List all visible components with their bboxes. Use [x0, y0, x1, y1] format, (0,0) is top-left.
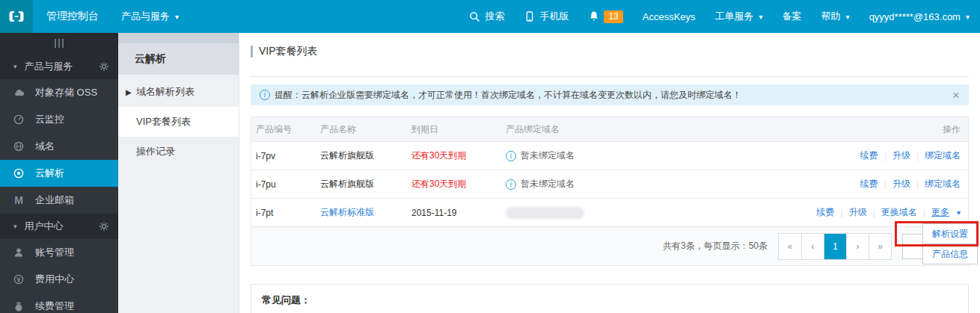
sidebar-item-renew[interactable]: 续费管理 — [0, 293, 118, 313]
sidebar-item-label: 云监控 — [35, 113, 64, 126]
nav-console[interactable]: 管理控制台 — [46, 10, 99, 23]
upgrade-link[interactable]: 升级 — [892, 178, 910, 190]
subnav-item-vip-package-list[interactable]: VIP套餐列表 — [118, 107, 239, 137]
table-footer: 共有3条，每页显示：50条 « ‹ 1 › » — [251, 226, 968, 265]
action-separator: | — [873, 208, 875, 218]
sidebar-group-user-center[interactable]: ▾ 用户中心 — [0, 214, 118, 239]
subnav-item-domain-resolve-list[interactable]: ▶ 域名解析列表 — [118, 77, 239, 107]
more-dropdown-menu: 解析设置 产品信息 — [922, 223, 978, 264]
phone-icon — [524, 10, 536, 22]
renew-link[interactable]: 续费 — [817, 206, 835, 219]
subnav-item-label: 操作记录 — [136, 145, 175, 158]
renew-link[interactable]: 续费 — [860, 149, 878, 162]
subnav-item-label: VIP套餐列表 — [136, 115, 191, 128]
page-number-button[interactable]: 1 — [824, 234, 846, 259]
console-app: 管理控制台 产品与服务▾ 搜索 手机版 13 AccessKeys 工单服务▾ … — [0, 0, 980, 313]
bell-icon — [588, 10, 600, 22]
nav-beian[interactable]: 备案 — [783, 10, 802, 23]
chevron-down-icon: ▾ — [13, 223, 17, 230]
money-bag-icon — [12, 300, 25, 313]
mobile-version-button[interactable]: 手机版 — [524, 10, 569, 23]
redacted-domain — [506, 207, 584, 219]
table-row: i-7pt 云解析标准版 2015-11-19 续费| 升级| 更换域名| 更多… — [251, 198, 968, 226]
cloud-storage-icon — [12, 86, 25, 99]
more-dropdown-trigger[interactable]: 更多 — [931, 206, 949, 219]
nav-tickets-menu[interactable]: 工单服务▾ — [715, 10, 763, 23]
product-id: i-7pt — [251, 208, 320, 218]
chevron-right-icon: ▶ — [126, 88, 132, 96]
action-separator: | — [916, 151, 919, 161]
expire-date: 还有30天到期 — [411, 149, 506, 162]
nav-help-menu[interactable]: 帮助▾ — [821, 10, 850, 23]
mail-m-icon: M — [12, 193, 25, 207]
upgrade-link[interactable]: 升级 — [849, 206, 867, 219]
main-content: VIP套餐列表 i 提醒：云解析企业版需要绑定域名，才可正常使用！首次绑定域名，… — [239, 33, 980, 313]
action-separator: | — [916, 179, 919, 190]
sidebar-group-products[interactable]: ▾ 产品与服务 — [0, 54, 118, 79]
sidebar-item-cloud-monitor[interactable]: 云监控 — [0, 106, 118, 133]
menu-item-resolve-settings[interactable]: 解析设置 — [922, 223, 978, 244]
sidebar-item-oss[interactable]: 对象存储 OSS — [0, 79, 118, 106]
sidebar-item-label: 账号管理 — [35, 246, 74, 259]
subnav-item-operation-log[interactable]: 操作记录 — [118, 137, 239, 167]
page-first-button[interactable]: « — [779, 234, 801, 259]
search-icon — [468, 10, 481, 23]
sidebar-group-label: 产品与服务 — [25, 60, 73, 73]
sidebar-item-domain[interactable]: 域名 — [0, 133, 118, 160]
expire-date: 还有30天到期 — [411, 178, 506, 190]
notification-count-badge: 13 — [604, 10, 622, 23]
renew-link[interactable]: 续费 — [860, 178, 878, 190]
bind-domain-link[interactable]: 绑定域名 — [925, 149, 961, 162]
aliyun-logo[interactable] — [0, 0, 33, 33]
info-icon: i — [506, 179, 516, 190]
sidebar-item-label: 对象存储 OSS — [35, 86, 97, 99]
col-header-product-id: 产品编号 — [251, 123, 320, 136]
search-button[interactable]: 搜索 — [468, 10, 504, 23]
sidebar-item-cloud-dns[interactable]: 云解析 — [0, 160, 118, 187]
nav-accesskeys[interactable]: AccessKeys — [643, 11, 696, 22]
sidebar-group-label: 用户中心 — [25, 220, 64, 233]
person-icon — [12, 246, 25, 259]
globe-icon — [12, 140, 25, 153]
action-separator: | — [884, 151, 886, 161]
table-row: i-7pu 云解析旗舰版 还有30天到期 i暂未绑定域名 续费| 升级| 绑定域… — [251, 170, 968, 198]
chevron-down-icon: ▾ — [846, 13, 850, 21]
info-icon: i — [506, 151, 516, 161]
page-prev-button[interactable]: ‹ — [801, 234, 824, 259]
gear-icon[interactable] — [99, 221, 109, 232]
notifications-button[interactable]: 13 — [588, 10, 622, 23]
secondary-sidebar-title: 云解析 — [118, 43, 239, 75]
product-name-link[interactable]: 云解析标准版 — [320, 207, 374, 217]
col-header-expire-date: 到期日 — [411, 123, 506, 136]
pagination-summary: 共有3条，每页显示：50条 — [663, 240, 768, 252]
dns-icon — [12, 167, 25, 180]
col-header-bound-domain: 产品绑定域名 — [506, 123, 943, 136]
product-id: i-7pu — [251, 179, 320, 190]
sidebar-item-label: 云解析 — [35, 167, 64, 180]
yen-circle-icon — [12, 273, 25, 286]
aliyun-logo-icon — [7, 7, 25, 25]
close-icon[interactable]: × — [952, 89, 960, 102]
user-account-menu[interactable]: qyyyd*****@163.com▾ — [869, 11, 970, 22]
page-last-button[interactable]: » — [869, 234, 891, 259]
nav-products-menu[interactable]: 产品与服务▾ — [121, 10, 179, 23]
menu-item-product-info[interactable]: 产品信息 — [922, 244, 978, 264]
change-domain-link[interactable]: 更换域名 — [881, 206, 917, 219]
action-separator: | — [923, 208, 925, 218]
sidebar-item-billing[interactable]: 费用中心 — [0, 266, 118, 293]
upgrade-link[interactable]: 升级 — [892, 149, 910, 162]
topbar: 管理控制台 产品与服务▾ 搜索 手机版 13 AccessKeys 工单服务▾ … — [0, 0, 980, 33]
gear-icon[interactable] — [99, 61, 109, 72]
bind-domain-link[interactable]: 绑定域名 — [925, 178, 961, 190]
sidebar-collapse-handle[interactable] — [0, 33, 118, 54]
col-header-actions: 操作 — [943, 123, 968, 136]
product-name: 云解析旗舰版 — [320, 178, 411, 190]
bind-domain-alert: i 提醒：云解析企业版需要绑定域名，才可正常使用！首次绑定域名，不计算在域名变更… — [251, 84, 969, 105]
sidebar-item-account[interactable]: 账号管理 — [0, 239, 118, 266]
action-separator: | — [884, 179, 886, 190]
page-next-button[interactable]: › — [846, 234, 869, 259]
sidebar-item-enterprise-mail[interactable]: M 企业邮箱 — [0, 187, 118, 214]
faq-title: 常见问题： — [262, 294, 958, 307]
col-header-product-name: 产品名称 — [320, 123, 411, 136]
bound-domain: 暂未绑定域名 — [521, 149, 575, 162]
